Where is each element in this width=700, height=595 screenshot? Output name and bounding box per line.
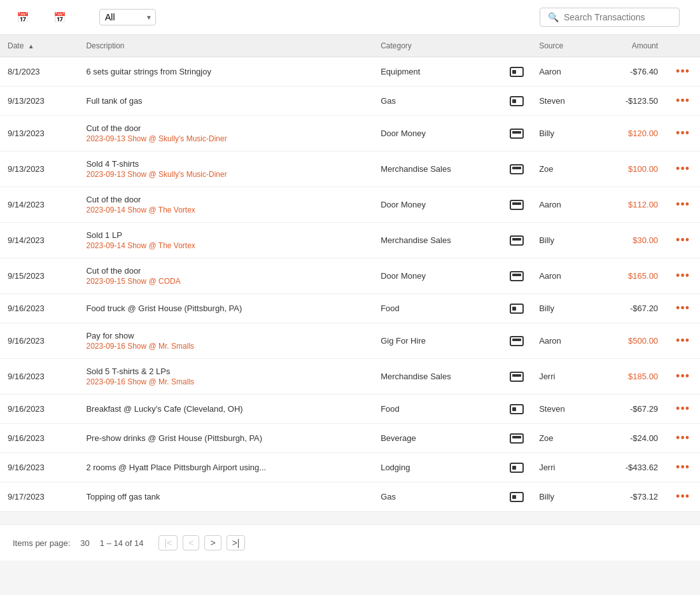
col-description: Description — [78, 35, 373, 57]
debit-card-icon — [510, 200, 524, 210]
description-link[interactable]: 2023-09-14 Show @ The Vortex — [86, 241, 365, 250]
cell-source: Aaron — [531, 323, 593, 359]
cell-actions: ••• — [666, 294, 700, 323]
cell-description: 6 sets guitar strings from Stringjoy — [78, 57, 373, 87]
cell-actions: ••• — [666, 359, 700, 395]
cell-description: Breakfast @ Lucky's Cafe (Cleveland, OH) — [78, 395, 373, 424]
cell-category: Beverage — [373, 424, 502, 453]
more-options-button[interactable]: ••• — [673, 334, 692, 347]
cell-date: 9/15/2023 — [0, 258, 78, 294]
cell-payment-icon — [502, 424, 531, 453]
more-options-button[interactable]: ••• — [673, 234, 692, 247]
cell-date: 9/13/2023 — [0, 87, 78, 116]
sort-asc-icon: ▲ — [28, 43, 34, 50]
cell-date: 9/13/2023 — [0, 116, 78, 151]
more-options-button[interactable]: ••• — [673, 94, 692, 108]
description-link[interactable]: 2023-09-13 Show @ Skully's Music-Diner — [86, 134, 365, 143]
page-range: 1 – 14 of 14 — [100, 538, 144, 548]
description-main: Topping off gas tank — [86, 492, 160, 501]
calendar-to-icon[interactable]: 📅 — [53, 11, 66, 24]
search-input[interactable] — [564, 12, 666, 22]
more-options-button[interactable]: ••• — [673, 461, 692, 474]
cell-description: Cut of the door2023-09-14 Show @ The Vor… — [78, 187, 373, 223]
more-options-button[interactable]: ••• — [673, 127, 692, 140]
cell-payment-icon — [502, 294, 531, 323]
date-to-field: 📅 — [50, 11, 66, 24]
description-main: Full tank of gas — [86, 96, 142, 106]
cell-date: 9/14/2023 — [0, 223, 78, 258]
more-options-button[interactable]: ••• — [673, 65, 692, 78]
last-page-button[interactable]: >| — [227, 535, 246, 550]
cell-actions: ••• — [666, 116, 700, 151]
more-options-button[interactable]: ••• — [673, 431, 692, 445]
next-page-button[interactable]: > — [204, 535, 221, 550]
col-amount: Amount — [593, 35, 666, 57]
cell-description: Cut of the door2023-09-15 Show @ CODA — [78, 258, 373, 294]
description-main: Pre-show drinks @ Grist House (Pittsburg… — [86, 433, 262, 443]
type-select[interactable]: All Income Expense — [99, 9, 156, 25]
transactions-table: Date ▲ Description Category Source Amoun… — [0, 35, 700, 512]
cell-date: 9/16/2023 — [0, 453, 78, 482]
table-header-row: Date ▲ Description Category Source Amoun… — [0, 35, 700, 57]
amount-value: $100.00 — [628, 164, 658, 174]
cell-payment-icon — [502, 151, 531, 187]
cell-description: Sold 4 T-shirts2023-09-13 Show @ Skully'… — [78, 151, 373, 187]
debit-card-icon — [510, 129, 524, 139]
more-options-button[interactable]: ••• — [673, 490, 692, 503]
cell-payment-icon — [502, 187, 531, 223]
table-row: 9/17/2023Topping off gas tankGasBilly-$7… — [0, 482, 700, 512]
amount-value: $185.00 — [628, 372, 658, 381]
cell-amount: $165.00 — [593, 258, 666, 294]
description-link[interactable]: 2023-09-15 Show @ CODA — [86, 277, 365, 286]
cell-payment-icon — [502, 359, 531, 395]
first-page-button[interactable]: |< — [158, 535, 178, 550]
description-link[interactable]: 2023-09-16 Show @ Mr. Smalls — [86, 342, 365, 351]
cell-actions: ••• — [666, 187, 700, 223]
more-options-button[interactable]: ••• — [673, 402, 692, 416]
table-row: 9/13/2023Sold 4 T-shirts2023-09-13 Show … — [0, 151, 700, 187]
more-options-button[interactable]: ••• — [673, 370, 692, 383]
cell-payment-icon — [502, 258, 531, 294]
debit-card-icon — [510, 336, 524, 346]
table-row: 9/14/2023Cut of the door2023-09-14 Show … — [0, 187, 700, 223]
prev-page-button[interactable]: < — [183, 535, 199, 550]
col-source: Source — [531, 35, 593, 57]
cell-source: Steven — [531, 87, 593, 116]
cell-category: Gas — [373, 87, 502, 116]
debit-card-icon — [510, 271, 524, 281]
cell-actions: ••• — [666, 395, 700, 424]
description-main: Sold 5 T-shirts & 2 LPs — [86, 367, 170, 376]
table-row: 9/16/2023Breakfast @ Lucky's Cafe (Cleve… — [0, 395, 700, 424]
credit-card-icon — [510, 67, 524, 77]
cell-actions: ••• — [666, 453, 700, 482]
type-select-wrapper: All Income Expense ▼ — [99, 9, 156, 25]
table-row: 9/16/20232 rooms @ Hyatt Place Pittsburg… — [0, 453, 700, 482]
amount-value: $165.00 — [628, 271, 658, 281]
description-link[interactable]: 2023-09-13 Show @ Skully's Music-Diner — [86, 170, 365, 179]
description-link[interactable]: 2023-09-16 Show @ Mr. Smalls — [86, 377, 365, 386]
more-options-button[interactable]: ••• — [673, 269, 692, 283]
table-row: 9/13/2023Cut of the door2023-09-13 Show … — [0, 116, 700, 151]
more-options-button[interactable]: ••• — [673, 162, 692, 176]
cell-payment-icon — [502, 116, 531, 151]
col-actions — [666, 35, 700, 57]
table-row: 9/16/2023Pay for show2023-09-16 Show @ M… — [0, 323, 700, 359]
description-link[interactable]: 2023-09-14 Show @ The Vortex — [86, 206, 365, 214]
cell-description: Pay for show2023-09-16 Show @ Mr. Smalls — [78, 323, 373, 359]
toolbar: 📅 📅 All Income Expense ▼ 🔍 — [0, 0, 700, 35]
cell-source: Aaron — [531, 57, 593, 87]
cell-category: Merchandise Sales — [373, 151, 502, 187]
cell-category: Door Money — [373, 187, 502, 223]
cell-actions: ••• — [666, 323, 700, 359]
description-main: Breakfast @ Lucky's Cafe (Cleveland, OH) — [86, 404, 242, 414]
cell-actions: ••• — [666, 482, 700, 512]
calendar-from-icon[interactable]: 📅 — [17, 11, 29, 24]
more-options-button[interactable]: ••• — [673, 302, 692, 315]
more-options-button[interactable]: ••• — [673, 198, 692, 211]
credit-card-icon — [510, 492, 524, 502]
cell-date: 9/16/2023 — [0, 424, 78, 453]
amount-value: -$76.40 — [630, 67, 658, 76]
items-per-page-value[interactable]: 30 — [80, 538, 89, 548]
col-date[interactable]: Date ▲ — [0, 35, 78, 57]
cell-payment-icon — [502, 223, 531, 258]
